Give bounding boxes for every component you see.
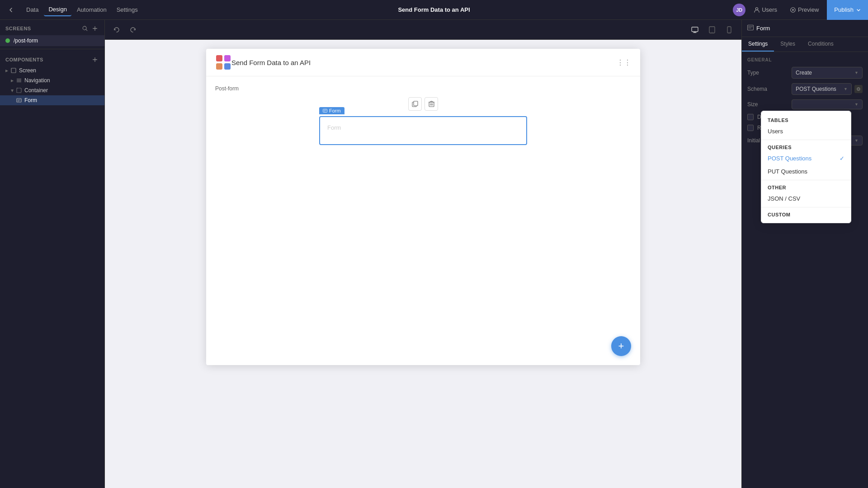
- disabled-checkbox[interactable]: [747, 114, 754, 120]
- dropdown-item-users[interactable]: Users: [761, 125, 851, 138]
- chevron-icon: ▶: [5, 69, 8, 73]
- left-sidebar: Screens /post-form Components ▶: [0, 20, 105, 488]
- screens-header: Screens: [0, 20, 104, 35]
- mobile-view-button[interactable]: [722, 24, 736, 36]
- undo-button[interactable]: [110, 24, 123, 35]
- form-inner: Form: [320, 117, 526, 144]
- form-icon: [16, 98, 22, 103]
- dropdown-divider-2: [761, 180, 851, 180]
- chevron-down-icon: ▼: [854, 70, 859, 75]
- form-tag-icon: [323, 108, 327, 113]
- schema-field-row: Schema POST Questions ▼ Tables Users Que…: [747, 83, 863, 95]
- tree-item-form[interactable]: Form: [0, 95, 104, 105]
- tab-settings[interactable]: Settings: [742, 37, 774, 52]
- back-button[interactable]: [5, 5, 16, 15]
- add-screen-button[interactable]: [91, 24, 99, 33]
- svg-rect-34: [323, 109, 327, 113]
- tree-item-container[interactable]: ▶ Container: [0, 85, 104, 95]
- page-title: Send Form Data to an API: [398, 6, 470, 13]
- panel-tabs: Settings Styles Conditions: [742, 37, 868, 52]
- svg-rect-37: [748, 25, 754, 30]
- svg-rect-24: [216, 55, 222, 61]
- canvas-area: Send Form Data to an API ⋮⋮ Post-form: [105, 20, 741, 488]
- nav-icon: [16, 78, 22, 83]
- dropdown-divider: [761, 140, 851, 140]
- tree-label-form: Form: [24, 97, 37, 103]
- topbar-left: Data Design Automation Settings: [0, 3, 151, 16]
- canvas-frame: Send Form Data to an API ⋮⋮ Post-form: [206, 49, 640, 365]
- chevron-icon: ▶: [10, 89, 14, 92]
- panel-header: Form: [742, 20, 868, 37]
- tree-item-screen[interactable]: ▶ Screen: [0, 66, 104, 75]
- svg-rect-9: [11, 68, 16, 73]
- tree-item-navigation[interactable]: ▶ Navigation: [0, 75, 104, 85]
- schema-settings-icon[interactable]: ⚙: [854, 85, 863, 93]
- dropdown-section-other: Other: [761, 182, 851, 192]
- frame-title: Send Form Data to an API: [231, 59, 311, 66]
- svg-rect-27: [224, 63, 231, 70]
- frame-options[interactable]: ⋮⋮: [617, 58, 631, 67]
- dropdown-item-post-questions[interactable]: POST Questions ✓: [761, 152, 851, 165]
- dropdown-section-custom: Custom: [761, 209, 851, 219]
- tree-label-container: Container: [24, 87, 48, 94]
- schema-label: Schema: [747, 86, 788, 92]
- schema-row: POST Questions ▼ Tables Users Queries PO…: [792, 83, 863, 95]
- screen-icon: [11, 68, 16, 73]
- dropdown-section-queries: Queries: [761, 142, 851, 152]
- nav-automation[interactable]: Automation: [72, 4, 111, 16]
- screens-actions: [81, 24, 99, 33]
- tab-styles[interactable]: Styles: [774, 37, 802, 52]
- form-component[interactable]: Form Form: [319, 116, 527, 145]
- form-actions: [215, 97, 631, 111]
- main-layout: Screens /post-form Components ▶: [0, 20, 868, 488]
- search-button[interactable]: [81, 24, 89, 33]
- desktop-view-button[interactable]: [688, 24, 702, 36]
- dropdown-item-put-questions[interactable]: PUT Questions: [761, 165, 851, 178]
- svg-rect-13: [17, 88, 21, 93]
- sidebar-item-post-form[interactable]: /post-form: [0, 35, 104, 46]
- canvas-content[interactable]: Send Form Data to an API ⋮⋮ Post-form: [105, 40, 741, 488]
- read-only-checkbox[interactable]: [747, 125, 754, 131]
- chevron-down-icon: ▼: [844, 87, 848, 91]
- check-icon: ✓: [840, 155, 844, 162]
- dropdown-item-json-csv[interactable]: JSON / CSV: [761, 192, 851, 205]
- preview-button[interactable]: Preview: [785, 4, 823, 16]
- tablet-view-button[interactable]: [705, 24, 719, 36]
- chevron-icon: ▶: [11, 79, 14, 83]
- nav-design[interactable]: Design: [44, 3, 71, 16]
- topbar-nav: Data Design Automation Settings: [18, 3, 146, 16]
- topbar: Data Design Automation Settings Send For…: [0, 0, 868, 20]
- nav-settings[interactable]: Settings: [112, 4, 142, 16]
- duplicate-button[interactable]: [408, 97, 422, 111]
- schema-select[interactable]: POST Questions ▼ Tables Users Queries PO…: [792, 83, 852, 95]
- status-dot: [5, 38, 10, 43]
- panel-body: GENERAL Type Create ▼ Schema POST Questi…: [742, 52, 868, 488]
- type-field-row: Type Create ▼: [747, 67, 863, 79]
- size-select[interactable]: ▼: [792, 99, 863, 109]
- app-logo: [215, 54, 231, 70]
- components-header: Components: [0, 52, 104, 66]
- tab-conditions[interactable]: Conditions: [802, 37, 840, 52]
- chevron-down-icon: ▼: [854, 138, 859, 143]
- topbar-right: JD Users Preview Publish: [733, 0, 868, 20]
- svg-line-4: [86, 29, 87, 31]
- publish-button[interactable]: Publish: [827, 0, 868, 20]
- svg-point-0: [756, 7, 758, 9]
- add-component-button[interactable]: [91, 56, 99, 64]
- type-select[interactable]: Create ▼: [792, 67, 863, 79]
- add-fab-button[interactable]: +: [611, 336, 631, 356]
- nav-data[interactable]: Data: [22, 4, 43, 16]
- svg-rect-17: [692, 27, 698, 32]
- frame-body: Post-form Form: [206, 76, 640, 154]
- svg-point-21: [712, 32, 712, 32]
- form-tag: Form: [319, 107, 344, 114]
- redo-button[interactable]: [127, 24, 139, 35]
- panel-title: Form: [756, 25, 770, 32]
- type-label: Type: [747, 70, 788, 76]
- dropdown-divider-3: [761, 207, 851, 207]
- users-button[interactable]: Users: [749, 4, 782, 16]
- frame-header: Send Form Data to an API ⋮⋮: [206, 49, 640, 76]
- general-label: GENERAL: [747, 57, 863, 62]
- delete-button[interactable]: [425, 97, 438, 111]
- size-label: Size: [747, 101, 788, 108]
